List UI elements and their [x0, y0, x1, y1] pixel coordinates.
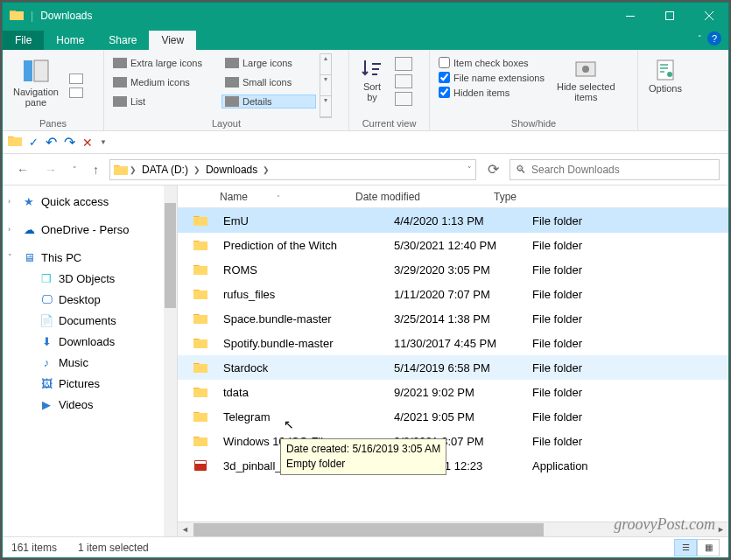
chevron-right-icon[interactable]: ❯ — [193, 165, 200, 174]
sidebar-music[interactable]: ♪Music — [3, 352, 177, 373]
breadcrumb-dropdown-icon[interactable]: ˅ — [467, 165, 472, 174]
layout-small[interactable]: Small icons — [221, 75, 316, 89]
column-type[interactable]: Type — [487, 191, 592, 203]
item-check-boxes[interactable]: Item check boxes — [439, 57, 545, 68]
qat-redo-icon[interactable]: ↷ — [64, 134, 75, 150]
folder-icon — [193, 288, 209, 300]
column-name[interactable]: Name ˄ — [178, 191, 348, 203]
folder-icon — [10, 9, 24, 23]
details-pane-button[interactable] — [69, 88, 83, 98]
file-date: 3/25/2014 1:38 PM — [387, 312, 525, 326]
layout-medium[interactable]: Medium icons — [109, 75, 220, 89]
folder-icon — [193, 312, 209, 325]
view-details-button[interactable]: ☰ — [674, 539, 697, 556]
layout-large[interactable]: Large icons — [221, 56, 316, 70]
sidebar-this-pc[interactable]: ˅🖥This PC — [3, 247, 177, 268]
svg-rect-3 — [665, 12, 673, 20]
table-row[interactable]: Prediction of the Witch5/30/2021 12:40 P… — [178, 233, 728, 257]
forward-button[interactable]: → — [39, 159, 62, 180]
file-date: 4/4/2020 1:13 PM — [387, 214, 525, 228]
sidebar-onedrive[interactable]: ›☁OneDrive - Perso — [3, 219, 177, 240]
file-date: 5/30/2021 12:40 PM — [387, 239, 525, 252]
minimize-button[interactable] — [610, 3, 650, 29]
chevron-right-icon[interactable]: ❯ — [130, 165, 137, 174]
navigation-pane: ›★Quick access ›☁OneDrive - Perso ˅🖥This… — [3, 186, 178, 536]
table-row[interactable]: 3d_pinball_for_windows_space_cadet.exe10… — [178, 453, 728, 478]
sidebar-quick-access[interactable]: ›★Quick access — [3, 191, 177, 212]
up-button[interactable]: ↑ — [88, 159, 104, 180]
qat-folder-icon[interactable] — [8, 135, 22, 150]
collapse-icon[interactable]: ˅ — [8, 253, 12, 262]
hidden-items[interactable]: Hidden items — [439, 87, 545, 98]
table-row[interactable]: ROMS3/29/2020 3:05 PMFile folder — [178, 257, 728, 282]
group-by-button[interactable] — [395, 57, 412, 71]
file-name: EmU — [216, 214, 387, 228]
options-button[interactable]: Options — [643, 53, 687, 129]
file-name-extensions[interactable]: File name extensions — [439, 72, 545, 83]
svg-rect-4 — [24, 60, 32, 81]
recent-dropdown-icon[interactable]: ˅ — [67, 162, 82, 178]
breadcrumb-folder[interactable]: Downloads — [202, 164, 261, 176]
chevron-right-icon[interactable]: ❯ — [263, 165, 270, 174]
search-placeholder: Search Downloads — [531, 164, 620, 176]
file-date: 9/2021 9:02 PM — [387, 386, 525, 399]
file-name: rufus_files — [216, 288, 387, 301]
navigation-pane-button[interactable]: Navigation pane — [8, 53, 64, 118]
tab-file[interactable]: File — [3, 31, 44, 50]
table-row[interactable]: rufus_files1/11/2020 7:07 PMFile folder — [178, 282, 728, 306]
preview-pane-button[interactable] — [69, 74, 83, 84]
status-selected: 1 item selected — [78, 542, 149, 554]
table-row[interactable]: Stardock5/14/2019 6:58 PMFile folder — [178, 355, 728, 380]
status-bar: 161 items 1 item selected ☰ ▦ — [3, 536, 728, 557]
layout-scroll[interactable]: ▴▾▾ — [320, 53, 332, 118]
table-row[interactable]: Windows 10 ISO Files9/8/2021 3:07 PMFile… — [178, 429, 728, 453]
size-columns-button[interactable] — [395, 92, 412, 106]
column-date[interactable]: Date modified — [348, 191, 487, 203]
table-row[interactable]: tdata9/2021 9:02 PMFile folder — [178, 380, 728, 404]
sort-by-button[interactable]: Sort by — [355, 53, 390, 118]
qat-dropdown-icon[interactable]: ▼ — [100, 138, 107, 146]
sidebar-videos[interactable]: ▶Videos — [3, 394, 177, 415]
breadcrumb-root[interactable]: DATA (D:) — [138, 164, 192, 176]
ribbon-collapse-icon[interactable]: ˄ — [698, 34, 702, 43]
sidebar-desktop[interactable]: 🖵Desktop — [3, 289, 177, 310]
maximize-button[interactable] — [650, 3, 689, 29]
table-row[interactable]: Spotify.bundle-master11/30/2017 4:45 PMF… — [178, 331, 728, 355]
tab-share[interactable]: Share — [96, 31, 149, 50]
refresh-button[interactable]: ⟳ — [481, 159, 504, 180]
expand-icon[interactable]: › — [8, 225, 11, 234]
table-row[interactable]: EmU4/4/2020 1:13 PMFile folder — [178, 208, 728, 233]
scroll-left-icon[interactable]: ◄ — [178, 522, 193, 536]
sidebar-3d-objects[interactable]: ❒3D Objects — [3, 268, 177, 289]
close-button[interactable] — [689, 3, 728, 29]
breadcrumb[interactable]: ❯ DATA (D:) ❯ Downloads ❯ ˅ — [109, 159, 476, 180]
expand-icon[interactable]: › — [8, 197, 11, 206]
file-name: tdata — [216, 386, 387, 399]
qat-undo-icon[interactable]: ↶ — [46, 134, 57, 150]
add-columns-button[interactable] — [395, 74, 412, 88]
window-title: Downloads — [33, 10, 610, 22]
document-icon: 📄 — [39, 313, 53, 327]
view-thumbnails-button[interactable]: ▦ — [697, 539, 720, 556]
scroll-right-icon[interactable]: ► — [713, 522, 728, 536]
layout-details[interactable]: Details — [221, 94, 316, 108]
tab-view[interactable]: View — [149, 31, 196, 50]
table-row[interactable]: Space.bundle-master3/25/2014 1:38 PMFile… — [178, 306, 728, 331]
help-icon[interactable]: ? — [707, 32, 721, 46]
sidebar-documents[interactable]: 📄Documents — [3, 310, 177, 331]
search-input[interactable]: 🔍︎ Search Downloads — [510, 159, 720, 180]
desktop-icon: 🖵 — [39, 292, 53, 306]
qat-delete-icon[interactable]: ✕ — [82, 136, 93, 150]
table-row[interactable]: Telegram4/2021 9:05 PMFile folder — [178, 404, 728, 429]
hide-selected-label: Hide selected items — [557, 81, 615, 102]
sidebar-pictures[interactable]: 🖼Pictures — [3, 373, 177, 394]
showhide-group-label: Show/hide — [435, 118, 632, 129]
back-button[interactable]: ← — [11, 159, 34, 180]
sidebar-scrollbar[interactable] — [164, 186, 177, 536]
layout-list[interactable]: List — [109, 94, 220, 108]
tab-home[interactable]: Home — [44, 31, 96, 50]
qat-check-icon[interactable]: ✓ — [29, 136, 39, 149]
layout-extra-large[interactable]: Extra large icons — [109, 56, 220, 70]
sidebar-downloads[interactable]: ⬇Downloads — [3, 331, 177, 352]
hide-selected-button[interactable]: Hide selected items — [552, 53, 621, 118]
